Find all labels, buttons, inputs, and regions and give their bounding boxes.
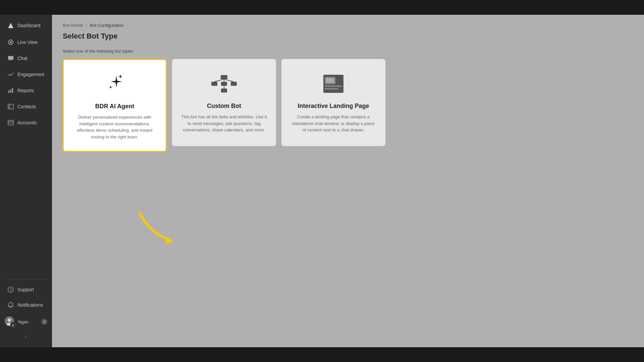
svg-line-24 [224, 79, 234, 82]
avatar-stack: g. [5, 316, 15, 327]
interactive-landing-icon [320, 70, 347, 97]
section-instruction: Select one of the following bot types: [63, 49, 633, 54]
sidebar-item-notifications[interactable]: Notifications [2, 298, 50, 312]
sidebar-bottom: Support Notifications [0, 277, 52, 347]
svg-rect-19 [221, 82, 227, 86]
reports-icon [7, 87, 14, 94]
reports-label: Reports [17, 88, 34, 93]
bot-card-interactive-landing[interactable]: Interactive Landing Page Create a landin… [281, 59, 385, 146]
svg-point-15 [8, 318, 11, 322]
svg-rect-21 [221, 88, 227, 93]
svg-rect-3 [8, 90, 9, 93]
accounts-label: Accounts [17, 120, 37, 125]
svg-rect-10 [8, 120, 13, 125]
engagement-icon [7, 71, 14, 78]
user-section[interactable]: g. Ngan 3 [0, 313, 52, 330]
sidebar-item-logo[interactable]: Dashboard [2, 18, 50, 33]
collapse-icon: ‹ [25, 333, 27, 339]
custom-bot-desc: This bot has all the bells and whistles.… [181, 114, 267, 133]
custom-bot-icon [211, 70, 237, 97]
svg-rect-18 [211, 82, 217, 86]
support-label: Support [17, 287, 34, 292]
svg-rect-30 [326, 78, 334, 83]
sidebar-item-chat[interactable]: Chat [2, 51, 50, 66]
bdr-ai-agent-title: BDR AI Agent [95, 103, 135, 110]
contacts-icon [7, 103, 14, 110]
interactive-landing-title: Interactive Landing Page [298, 103, 369, 110]
svg-rect-28 [325, 85, 342, 87]
chat-label: Chat [17, 56, 28, 61]
svg-rect-6 [8, 104, 13, 109]
bot-cards-container: BDR AI Agent Deliver personalized experi… [63, 59, 633, 152]
svg-rect-20 [231, 82, 237, 86]
breadcrumb: Bot Roster / Bot Configuration [63, 23, 633, 28]
top-bar [0, 0, 644, 15]
bottom-bar [0, 347, 644, 362]
sidebar: Dashboard Live View Chat [0, 15, 52, 347]
support-icon [7, 286, 14, 293]
svg-rect-2 [8, 56, 13, 60]
avatar-badge: g. [10, 322, 16, 328]
svg-rect-29 [325, 88, 338, 89]
contacts-label: Contacts [17, 104, 36, 109]
live-view-icon [7, 39, 14, 46]
content-area: Bot Roster / Bot Configuration Select Bo… [52, 15, 644, 347]
collapse-button[interactable]: ‹ [0, 330, 52, 342]
bot-card-custom-bot[interactable]: Custom Bot This bot has all the bells an… [172, 59, 276, 146]
breadcrumb-parent[interactable]: Bot Roster [63, 23, 83, 28]
svg-rect-4 [10, 89, 11, 93]
chat-icon [7, 55, 14, 62]
dashboard-label: Dashboard [17, 23, 41, 28]
bdr-ai-agent-desc: Deliver personalized experiences with in… [72, 114, 158, 140]
sidebar-item-accounts[interactable]: Accounts [2, 115, 50, 130]
arrow-annotation [130, 206, 197, 258]
page-title: Select Bot Type [63, 32, 633, 41]
bdr-ai-agent-icon [101, 71, 128, 98]
accounts-icon [7, 119, 14, 126]
custom-bot-title: Custom Bot [207, 103, 241, 110]
sidebar-item-engagement[interactable]: Engagement [2, 67, 50, 82]
sidebar-item-reports[interactable]: Reports [2, 83, 50, 98]
interactive-landing-desc: Create a landing page that contains a st… [290, 114, 377, 133]
svg-line-22 [214, 79, 224, 82]
sidebar-item-live-view[interactable]: Live View [2, 35, 50, 50]
user-count: 3 [41, 319, 47, 325]
svg-rect-5 [12, 88, 13, 93]
logo-icon [7, 22, 14, 29]
sidebar-item-support[interactable]: Support [2, 282, 50, 297]
svg-rect-17 [221, 75, 227, 79]
svg-point-13 [8, 287, 13, 292]
engagement-label: Engagement [17, 72, 44, 77]
user-name: Ngan [18, 319, 29, 324]
breadcrumb-separator: / [86, 23, 87, 28]
notifications-label: Notifications [17, 302, 43, 308]
svg-point-1 [10, 41, 12, 43]
main-layout: Dashboard Live View Chat [0, 15, 644, 347]
breadcrumb-current: Bot Configuration [90, 23, 123, 28]
sidebar-divider [4, 279, 48, 280]
bot-card-bdr-ai-agent[interactable]: BDR AI Agent Deliver personalized experi… [63, 59, 167, 152]
notifications-icon [7, 302, 14, 308]
sidebar-item-contacts[interactable]: Contacts [2, 99, 50, 114]
live-view-label: Live View [17, 40, 38, 45]
